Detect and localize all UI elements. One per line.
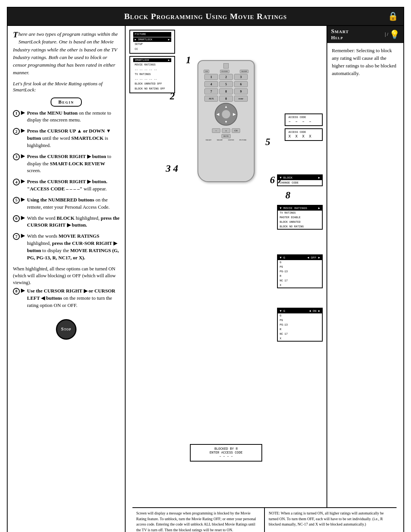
step-1-text: Press the MENU button on the remote to d… xyxy=(27,110,119,124)
step-2-text: Press the CURSOR UP ▲ or DOWN ▼ button u… xyxy=(27,128,119,149)
mr-row-master: MASTER DIABLE xyxy=(278,215,322,220)
step-label-3-4: 3 4 xyxy=(166,163,178,174)
osd1-smartlock: ▶ SMARTLOCK▶ xyxy=(133,37,171,42)
btn-surf[interactable]: SURF xyxy=(234,96,248,102)
step-label-8: 8 xyxy=(285,190,290,201)
right-column: Smart Help | / 💡 Remember: Selecting to … xyxy=(327,26,403,507)
intro-body: here are two types of program ratings wi… xyxy=(13,31,118,75)
clock-button: CLOCK xyxy=(220,70,229,73)
nav-ring: ▲ ▼ ◀ ▶ xyxy=(215,103,237,126)
nav-right[interactable]: ▶ xyxy=(233,112,236,116)
mr-row-tv: TV RATINGS xyxy=(278,211,322,215)
step-3: 3▶ Press the CURSOR RIGHT ▶ button to di… xyxy=(13,153,119,175)
step-1: 1▶ Press the MENU button on the remote t… xyxy=(13,110,119,124)
rating-off-title: ▼ G◄ OFF ► xyxy=(278,255,322,260)
page-header: Block Programming Using Movie Ratings 🔒 xyxy=(7,7,404,26)
diagram-row: PICTURE ▶ SMARTLOCK▶ SETUP CC SMARTLOCK▶… xyxy=(126,26,403,507)
btn-5[interactable]: 5 xyxy=(219,81,233,87)
osd2-movie: MOVIE RATINGS xyxy=(133,62,171,67)
access-code-box-1: ACCESS CODE – – – – xyxy=(285,113,323,126)
main-layout: There are two types of program ratings w… xyxy=(7,26,404,532)
step-4-text: Press the CURSOR RIGHT ▶ button. "ACCESS… xyxy=(27,178,119,193)
intro-subtext: Let's first look at the Movie Rating opt… xyxy=(13,81,119,93)
access-code-box-2: ACCESS CODE X X X X xyxy=(285,128,323,141)
step-5: 5▶ Using the NUMBERED buttons on the rem… xyxy=(13,197,119,211)
step-4: 4▶ Press the CURSOR RIGHT ▶ button. "ACC… xyxy=(13,178,119,193)
step-2: 2▶ Press the CURSOR UP ▲ or DOWN ▼ butto… xyxy=(13,128,119,149)
nav-enter[interactable] xyxy=(221,110,231,119)
plus-button[interactable]: + xyxy=(222,128,230,133)
rating-on-screen: ▼ G◄ ON ► G PG PG-13 R NC 17 X xyxy=(277,308,323,342)
nav-down[interactable]: ▼ xyxy=(225,120,228,124)
bottom-osd-line3: – – – – xyxy=(196,455,256,459)
osd2-block-no-rating: BLOCK NO RATING OFF xyxy=(133,86,171,91)
when-highlighted: When highlighted, all these options can … xyxy=(13,265,119,286)
step-3-text: Press the CURSOR RIGHT ▶ button to displ… xyxy=(27,153,119,175)
page-title: Block Programming Using Movie Ratings xyxy=(30,11,381,21)
step-5-text: Using the NUMBERED buttons on the remote… xyxy=(27,197,119,211)
sleep-button: SLEEP xyxy=(240,70,249,73)
btn-0[interactable]: 0 xyxy=(219,96,233,102)
btn-aux[interactable]: AUX xyxy=(204,96,218,102)
osd1-picture: PICTURE xyxy=(133,32,171,37)
btn-7[interactable]: 7 xyxy=(204,88,218,94)
roff-nc17: NC 17 xyxy=(278,278,322,283)
smart-help-title-area: Smart Help xyxy=(331,28,349,41)
osd2-block-unrated: BLOCK UNRATED OFF xyxy=(133,81,171,86)
step-6-text: With the word BLOCK highlighted, press t… xyxy=(27,215,119,229)
btn-8[interactable]: 8 xyxy=(219,88,233,94)
ac-label-2: ACCESS CODE xyxy=(288,131,319,134)
ron-x: X xyxy=(278,336,322,341)
btn-1[interactable]: 1 xyxy=(204,74,218,80)
btn-4[interactable]: 4 xyxy=(204,81,218,87)
change-code-row: CHANGE CODE xyxy=(278,180,322,185)
btn-6[interactable]: 6 xyxy=(234,81,248,87)
ron-nc17: NC 17 xyxy=(278,332,322,336)
remote-control-wrap: CH CLOCK SLEEP 1 2 3 4 5 6 7 xyxy=(198,60,255,182)
begin-button[interactable]: Begin xyxy=(51,97,82,107)
osd-screen-1: PICTURE ▶ SMARTLOCK▶ SETUP CC xyxy=(129,30,175,54)
remote-control: CH CLOCK SLEEP 1 2 3 4 5 6 7 xyxy=(198,60,255,182)
bottom-notes: Screen will display a message when progr… xyxy=(132,507,397,532)
osd2-movie-dashes: -- -- -- -- -- xyxy=(133,67,171,72)
step-6: 6▶ With the word BLOCK highlighted, pres… xyxy=(13,215,119,229)
smart-help-body: Remember: Selecting to block any rating … xyxy=(332,48,396,76)
stop-button[interactable]: Stop xyxy=(56,319,76,340)
osd-top-screens: PICTURE ▶ SMARTLOCK▶ SETUP CC SMARTLOCK▶… xyxy=(129,30,175,93)
line-icon-1: | xyxy=(385,32,386,37)
ron-pg: PG xyxy=(278,318,322,323)
smart-label-1: SMART xyxy=(206,139,211,141)
btn-3[interactable]: 3 xyxy=(234,74,248,80)
btn-2[interactable]: 2 xyxy=(219,74,233,80)
ac-x-code: X X X X xyxy=(288,134,319,139)
begin-wrap: Begin xyxy=(13,96,119,110)
bottom-osd-line1: BLOCKED BY R xyxy=(196,447,256,451)
roff-g: G xyxy=(278,260,322,265)
ac-dashes-1: – – – – xyxy=(288,120,319,124)
picture-label: PICTURE xyxy=(239,139,247,141)
ch-ctrl[interactable]: CH xyxy=(232,128,240,133)
nav-left[interactable]: ◀ xyxy=(217,112,219,116)
smart-title: Smart xyxy=(331,28,349,35)
osd1-cc: CC xyxy=(133,47,171,52)
minus-button[interactable]: − xyxy=(212,128,220,133)
line-icon-2: / xyxy=(387,32,388,37)
ron-pg13: PG-13 xyxy=(278,323,322,327)
mute-button[interactable]: MUTE xyxy=(221,134,231,138)
rating-off-screen: ▼ G◄ OFF ► G PG PG-13 R NC 17 X xyxy=(277,254,323,288)
mid-column: PICTURE ▶ SMARTLOCK▶ SETUP CC SMARTLOCK▶… xyxy=(126,26,327,507)
ron-g: G xyxy=(278,313,322,318)
movie-ratings-screen: ▼ MOVIE RATINGS▶ TV RATINGS MASTER DIABL… xyxy=(277,205,323,230)
nav-up[interactable]: ▲ xyxy=(225,105,228,109)
step-label-1: 1 xyxy=(186,54,191,66)
bottom-note-left: Screen will display a message when progr… xyxy=(132,508,265,532)
ron-r: R xyxy=(278,327,322,332)
roff-pg13: PG-13 xyxy=(278,269,322,274)
step-label-5: 5 xyxy=(265,136,270,148)
when-highlighted-text: When highlighted, all these options can … xyxy=(13,265,119,286)
btn-9[interactable]: 9 xyxy=(234,88,248,94)
mr-row-unrated: BLOCK UNRATED xyxy=(278,220,322,224)
movie-ratings-title: ▼ MOVIE RATINGS▶ xyxy=(278,206,322,211)
bottom-osd-line2: ENTER ACCESS CODE xyxy=(196,451,256,455)
smart-help-header: Smart Help | / 💡 xyxy=(327,26,403,43)
